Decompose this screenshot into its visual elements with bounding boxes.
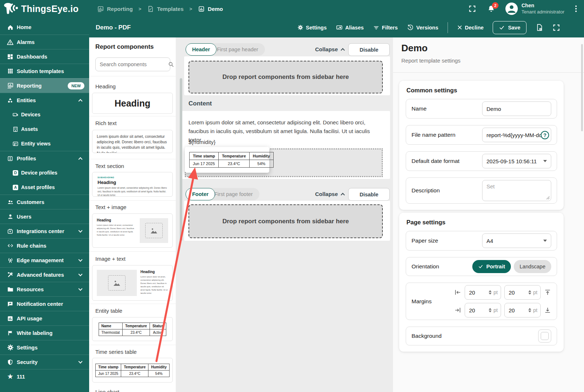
chevron-down-icon bbox=[78, 287, 82, 291]
alarm-icon bbox=[7, 39, 14, 46]
sidebar-item-api-usage[interactable]: API usage bbox=[0, 311, 89, 325]
avatar[interactable] bbox=[505, 3, 518, 15]
aliases-button[interactable]: Aliases bbox=[336, 24, 364, 31]
stepper-arrows[interactable] bbox=[528, 290, 531, 295]
footer-disable-button[interactable]: Disable bbox=[348, 188, 390, 201]
default-date-format-select[interactable]: 2025-09-15 10:56:11 bbox=[482, 154, 551, 168]
sidebar-item-asset-profiles[interactable]: A Asset profiles bbox=[0, 180, 89, 195]
component-text-section[interactable]: SUBHEADING Heading Lorem ipsum dolor sit… bbox=[92, 172, 173, 197]
sidebar-item-dashboards[interactable]: Dashboards bbox=[0, 49, 89, 64]
margins-label: Margins bbox=[412, 298, 432, 305]
filters-button[interactable]: Filters bbox=[373, 24, 398, 31]
chevron-down-icon bbox=[78, 228, 82, 232]
page-settings-title: Page settings bbox=[406, 219, 557, 226]
entities-icon bbox=[7, 97, 14, 104]
demo-icon bbox=[198, 5, 205, 12]
sidebar-item-resources[interactable]: Resources bbox=[0, 282, 89, 296]
divider bbox=[89, 200, 176, 201]
toolbar-fullscreen-icon[interactable] bbox=[552, 24, 560, 32]
component-time-series-table[interactable]: Time stamp Temperature Humidity Jun 17 2… bbox=[92, 358, 173, 383]
sidebar-item-home[interactable]: Home bbox=[0, 20, 89, 35]
sidebar-item-entity-views[interactable]: Entity views bbox=[0, 136, 89, 151]
file-name-pattern-label: File name pattern bbox=[412, 132, 456, 138]
breadcrumb-reporting[interactable]: Reporting bbox=[97, 5, 133, 12]
breadcrumb-demo[interactable]: Demo bbox=[198, 5, 223, 12]
landscape-toggle[interactable]: Landscape bbox=[514, 260, 551, 273]
sidebar-item-alarms[interactable]: Alarms bbox=[0, 35, 89, 49]
more-menu-icon[interactable] bbox=[574, 4, 578, 13]
header-collapse-button[interactable]: Collapse bbox=[315, 46, 344, 52]
canvas-scrollbar[interactable] bbox=[180, 78, 182, 241]
component-rich-text[interactable]: Lorem ipsum dolor sit amet, consectetur … bbox=[92, 130, 173, 153]
search-components-box[interactable] bbox=[95, 57, 170, 71]
versions-button[interactable]: Versions bbox=[407, 24, 438, 31]
brand-logo[interactable]: ThingsEye.io bbox=[0, 3, 89, 15]
sidebar-item-rule-chains[interactable]: Rule chains bbox=[0, 238, 89, 253]
user-info[interactable]: Chen Tenant administrator bbox=[521, 3, 564, 15]
divider bbox=[89, 116, 176, 116]
sidebar-item-edge-management[interactable]: Edge management bbox=[0, 253, 89, 267]
description-field[interactable]: Set bbox=[482, 180, 551, 201]
margin-right-input[interactable]: 20 pt bbox=[465, 303, 501, 317]
sidebar-item-assets[interactable]: Assets bbox=[0, 122, 89, 136]
generate-report-icon[interactable] bbox=[536, 24, 543, 31]
notifications-button[interactable]: 2 bbox=[487, 5, 495, 13]
component-group-textsection-label: Text section bbox=[95, 163, 124, 169]
margin-top-input[interactable]: 20 pt bbox=[504, 285, 541, 300]
sidebar-item-notification-center[interactable]: Notification center bbox=[0, 296, 89, 311]
sidebar-item-advanced-features[interactable]: Advanced features bbox=[0, 267, 89, 282]
component-text-image[interactable]: Heading Lorem ipsum dolor sit amet, cons… bbox=[92, 213, 173, 248]
stepper-arrows[interactable] bbox=[489, 290, 492, 295]
sidebar-item-settings[interactable]: Settings bbox=[0, 340, 89, 355]
sidebar-item-integrations-center[interactable]: Integrations center bbox=[0, 224, 89, 238]
sidebar-item-profiles[interactable]: Profiles bbox=[0, 151, 89, 165]
app: ThingsEye.io Reporting > bbox=[0, 0, 584, 392]
notification-badge: 2 bbox=[492, 2, 498, 9]
resize-handle-icon[interactable] bbox=[546, 196, 550, 200]
sidebar-item-device-profiles[interactable]: D Device profiles bbox=[0, 165, 89, 180]
star-icon: ★ bbox=[7, 373, 14, 380]
breadcrumb-templates[interactable]: Templates bbox=[147, 5, 183, 12]
component-image-text[interactable]: Heading Lorem ipsum dolor sit amet, cons… bbox=[92, 265, 173, 301]
margin-left-input[interactable]: 20 pt bbox=[465, 285, 501, 300]
decline-button[interactable]: Decline bbox=[457, 25, 484, 31]
sidebar-item-entities[interactable]: Entities bbox=[0, 93, 89, 107]
settings-button[interactable]: Settings bbox=[297, 24, 327, 31]
reporting-icon bbox=[97, 5, 104, 12]
portrait-toggle[interactable]: Portrait bbox=[472, 260, 511, 273]
settings-scrollbar[interactable] bbox=[581, 44, 583, 131]
search-input[interactable] bbox=[100, 61, 168, 67]
fullscreen-icon[interactable] bbox=[468, 5, 476, 13]
sidebar-item-solution-templates[interactable]: Solution templates bbox=[0, 64, 89, 78]
paper-size-select[interactable]: A4 bbox=[482, 233, 551, 248]
tab-header[interactable]: Header bbox=[186, 43, 216, 56]
sidebar-item-111[interactable]: ★ 111 bbox=[0, 369, 89, 384]
margin-bottom-input[interactable]: 20 pt bbox=[504, 303, 541, 317]
dragged-time-series-table[interactable]: Time stamp Temperature Humidity Jun 17 2… bbox=[185, 147, 269, 173]
header-dropzone[interactable]: Drop report components from sidebar here bbox=[188, 61, 383, 93]
chevron-up-icon bbox=[341, 193, 345, 197]
footer-collapse-button[interactable]: Collapse bbox=[315, 191, 344, 197]
component-group-imagetext-label: Image + text bbox=[95, 256, 126, 262]
footer-dropzone[interactable]: Drop report components from sidebar here bbox=[188, 204, 383, 238]
tab-footer[interactable]: Footer bbox=[186, 188, 215, 200]
save-button[interactable]: Save bbox=[493, 21, 527, 34]
file-name-pattern-field[interactable]: report-%d{yyyy-MM-dd ? bbox=[482, 128, 551, 142]
orientation-label: Orientation bbox=[412, 263, 439, 270]
stepper-arrows[interactable] bbox=[489, 308, 492, 312]
sidebar-item-white-labeling[interactable]: White labeling bbox=[0, 325, 89, 340]
component-entity-table[interactable]: Name Temperature Status Thermostat 23.4°… bbox=[92, 317, 173, 341]
sidebar-item-security[interactable]: Security bbox=[0, 355, 89, 369]
paper-size-row: Paper size A4 bbox=[406, 231, 557, 251]
sidebar-item-reporting[interactable]: Reporting NEW bbox=[0, 78, 89, 93]
sidebar-item-customers[interactable]: Customers bbox=[0, 195, 89, 209]
sidebar-item-users[interactable]: Users bbox=[0, 209, 89, 224]
default-date-format-row: Default date format 2025-09-15 10:56:11 bbox=[406, 151, 557, 171]
stepper-arrows[interactable] bbox=[528, 308, 531, 312]
background-color-button[interactable] bbox=[538, 329, 551, 343]
help-icon[interactable]: ? bbox=[541, 131, 549, 139]
component-heading[interactable]: Heading bbox=[92, 93, 173, 114]
sidebar-item-devices[interactable]: Devices bbox=[0, 107, 89, 122]
name-field[interactable]: Demo bbox=[482, 101, 551, 116]
header-disable-button[interactable]: Disable bbox=[348, 43, 390, 56]
